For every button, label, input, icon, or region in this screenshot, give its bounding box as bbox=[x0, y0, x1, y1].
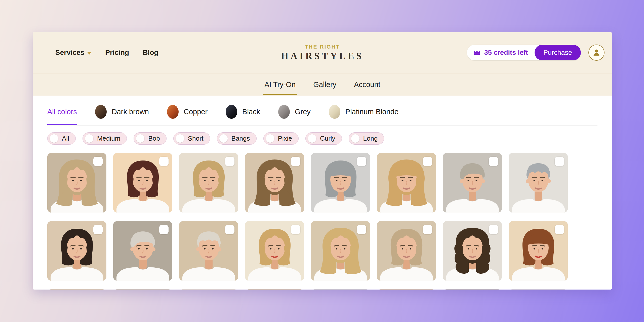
select-checkbox[interactable] bbox=[555, 157, 564, 166]
toggle-knob bbox=[266, 134, 274, 143]
chevron-down-icon bbox=[87, 52, 92, 55]
hairstyle-photo bbox=[509, 289, 568, 290]
hairstyle-card[interactable] bbox=[113, 153, 172, 213]
color-filter-label: Platinum Blonde bbox=[345, 108, 398, 116]
person-icon bbox=[592, 48, 601, 57]
hairstyle-card[interactable] bbox=[377, 221, 436, 281]
style-toggle-label: Pixie bbox=[278, 135, 292, 142]
select-checkbox[interactable] bbox=[93, 225, 103, 234]
hairstyle-card[interactable] bbox=[311, 221, 370, 281]
style-toggle-pixie[interactable]: Pixie bbox=[263, 132, 299, 145]
hairstyle-card[interactable] bbox=[377, 289, 436, 290]
logo-line-1: THE RIGHT bbox=[281, 44, 364, 50]
color-filter-label: Copper bbox=[184, 108, 208, 116]
hairstyle-card[interactable] bbox=[245, 153, 304, 213]
select-checkbox[interactable] bbox=[225, 225, 234, 234]
style-toggle-label: Curly bbox=[320, 135, 335, 142]
hairstyle-card[interactable] bbox=[47, 153, 106, 213]
tab-gallery[interactable]: Gallery bbox=[312, 73, 338, 96]
select-checkbox[interactable] bbox=[555, 225, 564, 234]
style-toggle-curly[interactable]: Curly bbox=[305, 132, 342, 145]
try-on-content: All colorsDark brownCopperBlackGreyPlati… bbox=[33, 96, 612, 290]
crown-icon bbox=[473, 49, 481, 56]
select-checkbox[interactable] bbox=[159, 157, 169, 166]
nav-link-pricing[interactable]: Pricing bbox=[105, 49, 129, 57]
style-toggle-label: Medium bbox=[97, 135, 120, 142]
hairstyle-card[interactable] bbox=[47, 221, 106, 281]
hairstyle-card[interactable] bbox=[179, 289, 238, 290]
color-filter-black[interactable]: Black bbox=[226, 98, 260, 125]
hairstyle-photo bbox=[311, 289, 370, 290]
select-checkbox[interactable] bbox=[93, 157, 103, 166]
tab-ai-try-on[interactable]: AI Try-On bbox=[263, 73, 297, 96]
hairstyle-card[interactable] bbox=[509, 221, 568, 281]
hairstyle-photo bbox=[443, 289, 502, 290]
credits-pill: 35 credits left Purchase bbox=[467, 45, 581, 60]
color-filter-grey[interactable]: Grey bbox=[278, 98, 311, 125]
hairstyle-photo bbox=[113, 289, 172, 290]
hair-color-swatch bbox=[226, 105, 237, 119]
hairstyle-card[interactable] bbox=[113, 289, 172, 290]
color-filter-copper[interactable]: Copper bbox=[167, 98, 208, 125]
select-checkbox[interactable] bbox=[423, 225, 432, 234]
hairstyle-card[interactable] bbox=[443, 221, 502, 281]
style-toggle-medium[interactable]: Medium bbox=[83, 132, 127, 145]
hairstyle-card[interactable] bbox=[47, 289, 106, 290]
purchase-button[interactable]: Purchase bbox=[535, 45, 581, 60]
hairstyle-card[interactable] bbox=[245, 221, 304, 281]
select-checkbox[interactable] bbox=[489, 157, 498, 166]
style-toggle-bob[interactable]: Bob bbox=[134, 132, 166, 145]
hairstyle-card[interactable] bbox=[179, 153, 238, 213]
page-background: ServicesPricingBlog THE RIGHT HAIRSTYLES… bbox=[0, 0, 644, 322]
select-checkbox[interactable] bbox=[357, 157, 366, 166]
style-toggle-short[interactable]: Short bbox=[173, 132, 210, 145]
style-toggle-label: Short bbox=[188, 135, 204, 142]
color-filter-all-colors[interactable]: All colors bbox=[47, 98, 77, 125]
hair-color-swatch bbox=[95, 105, 107, 119]
color-filter-label: Grey bbox=[295, 108, 311, 116]
hairstyle-card[interactable] bbox=[509, 289, 568, 290]
hairstyle-card[interactable] bbox=[509, 153, 568, 213]
style-toggle-bangs[interactable]: Bangs bbox=[217, 132, 257, 145]
hairstyle-card[interactable] bbox=[311, 153, 370, 213]
hairstyle-card[interactable] bbox=[443, 153, 502, 213]
main-nav: ServicesPricingBlog bbox=[33, 49, 158, 57]
hairstyle-card[interactable] bbox=[113, 221, 172, 281]
section-tabs: AI Try-OnGalleryAccount bbox=[33, 73, 612, 96]
hairstyle-card[interactable] bbox=[245, 289, 304, 290]
select-checkbox[interactable] bbox=[225, 157, 234, 166]
toggle-knob bbox=[136, 134, 144, 143]
hairstyle-card[interactable] bbox=[311, 289, 370, 290]
style-toggle-long[interactable]: Long bbox=[349, 132, 384, 145]
profile-avatar-button[interactable] bbox=[588, 45, 605, 61]
select-checkbox[interactable] bbox=[357, 225, 366, 234]
select-checkbox[interactable] bbox=[159, 225, 169, 234]
hairstyle-card[interactable] bbox=[179, 221, 238, 281]
color-filter-label: Black bbox=[242, 108, 260, 116]
hairstyle-grid bbox=[47, 153, 597, 290]
nav-link-label: Pricing bbox=[105, 49, 129, 57]
color-filter-platinum-blonde[interactable]: Platinum Blonde bbox=[329, 98, 398, 125]
hairstyle-card[interactable] bbox=[443, 289, 502, 290]
style-toggle-label: Long bbox=[363, 135, 378, 142]
hairstyle-card[interactable] bbox=[377, 153, 436, 213]
nav-link-services[interactable]: Services bbox=[55, 49, 92, 57]
toggle-knob bbox=[351, 134, 359, 143]
select-checkbox[interactable] bbox=[291, 157, 300, 166]
select-checkbox[interactable] bbox=[423, 157, 432, 166]
nav-link-label: Blog bbox=[143, 49, 158, 57]
nav-link-blog[interactable]: Blog bbox=[143, 49, 158, 57]
color-filter-dark-brown[interactable]: Dark brown bbox=[95, 98, 149, 125]
site-header: ServicesPricingBlog THE RIGHT HAIRSTYLES… bbox=[33, 32, 612, 73]
tab-label: Account bbox=[354, 80, 380, 89]
select-checkbox[interactable] bbox=[489, 225, 498, 234]
tab-account[interactable]: Account bbox=[352, 73, 382, 96]
tab-label: AI Try-On bbox=[264, 80, 296, 89]
hairstyle-photo bbox=[47, 289, 106, 290]
select-checkbox[interactable] bbox=[291, 225, 300, 234]
hairstyle-type-filterbar: AllMediumBobShortBangsPixieCurlyLong bbox=[47, 132, 597, 145]
site-logo[interactable]: THE RIGHT HAIRSTYLES bbox=[281, 44, 364, 61]
credits-counter[interactable]: 35 credits left bbox=[467, 45, 535, 60]
style-toggle-all[interactable]: All bbox=[47, 132, 76, 145]
hairstyle-photo bbox=[377, 289, 436, 290]
